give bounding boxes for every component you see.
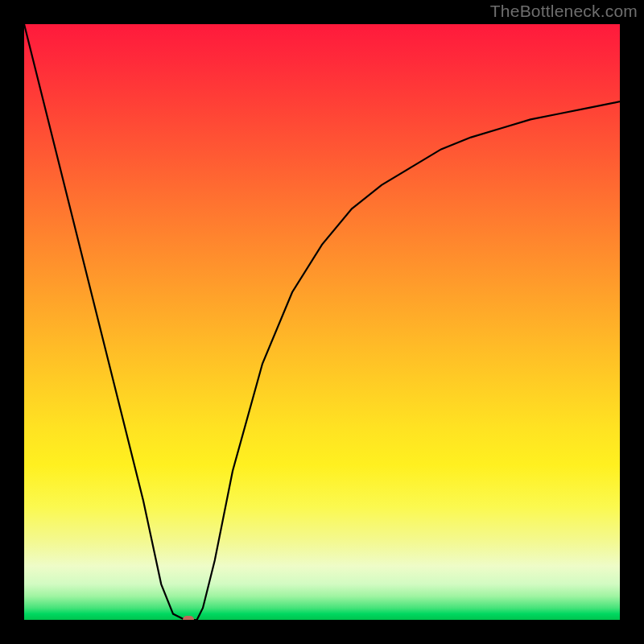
minimum-marker bbox=[183, 616, 194, 620]
gradient-background bbox=[24, 24, 620, 620]
chart-frame: TheBottleneck.com bbox=[0, 0, 644, 644]
watermark-text: TheBottleneck.com bbox=[490, 2, 638, 21]
plot-area bbox=[24, 24, 620, 620]
